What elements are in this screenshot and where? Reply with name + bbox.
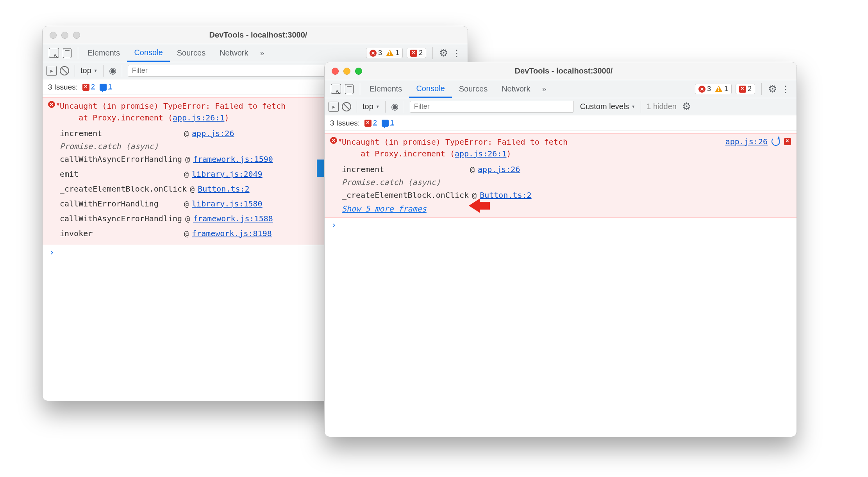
source-link[interactable]: app.js:26:1 xyxy=(173,113,224,122)
traffic-max[interactable] xyxy=(73,32,80,39)
flag-icon xyxy=(739,86,746,93)
stack-frame: _createElementBlock.onClick@ Button.ts:2 xyxy=(342,188,791,203)
source-link[interactable]: app.js:26 xyxy=(192,126,234,141)
traffic-min[interactable] xyxy=(61,32,68,39)
tabs-overflow[interactable]: » xyxy=(538,80,551,98)
source-link[interactable]: framework.js:1590 xyxy=(193,152,273,167)
issues-badge[interactable]: 2 xyxy=(736,84,755,94)
devtools-window-after: DevTools - localhost:3000/ ↖ Elements Co… xyxy=(324,62,797,437)
warning-icon xyxy=(386,50,394,56)
warning-icon xyxy=(715,86,723,92)
kebab-icon[interactable] xyxy=(781,84,790,95)
source-link[interactable]: app.js:26:1 xyxy=(455,149,506,158)
console-settings-icon[interactable] xyxy=(682,100,691,113)
context-dropdown[interactable]: top xyxy=(363,102,380,111)
source-link[interactable]: app.js:26 xyxy=(725,137,768,146)
source-link[interactable]: library.js:2049 xyxy=(192,167,263,181)
error-message: Uncaught (in promise) TypeError: Failed … xyxy=(342,136,791,160)
issues-label: 3 Issues: xyxy=(330,119,360,127)
issues-badge[interactable]: 2 xyxy=(407,48,426,58)
console-error-entry[interactable]: ▼ app.js:26 Uncaught (in promise) TypeEr… xyxy=(325,133,797,218)
gear-icon[interactable] xyxy=(439,47,448,59)
source-link[interactable]: Button.ts:2 xyxy=(198,181,249,196)
gear-icon[interactable] xyxy=(768,83,777,95)
console-output: ▼ app.js:26 Uncaught (in promise) TypeEr… xyxy=(325,131,797,232)
tabs-overflow[interactable]: » xyxy=(255,44,269,62)
log-levels-dropdown[interactable]: Custom levels xyxy=(580,102,636,111)
tab-sources[interactable]: Sources xyxy=(452,80,495,98)
filter-input[interactable] xyxy=(410,101,574,113)
flag-icon xyxy=(82,84,89,91)
main-tabbar: ↖ Elements Console Sources Network » 3 1… xyxy=(325,80,797,98)
async-boundary: Promise.catch (async) xyxy=(342,178,791,187)
console-toolbar: ▸ top ◉ Custom levels 1 hidden xyxy=(325,98,797,115)
hidden-count[interactable]: 1 hidden xyxy=(647,102,677,111)
highlight-arrow-icon xyxy=(469,199,480,213)
clear-console-icon[interactable] xyxy=(60,66,69,75)
source-link[interactable]: library.js:1580 xyxy=(192,196,263,211)
source-link[interactable]: Button.ts:2 xyxy=(480,188,531,203)
show-more-frames-link[interactable]: Show 5 more frames xyxy=(342,204,427,213)
clear-console-icon[interactable] xyxy=(342,102,351,111)
source-link[interactable]: app.js:26 xyxy=(478,162,520,177)
traffic-close[interactable] xyxy=(50,32,57,39)
chat-icon xyxy=(382,120,389,127)
flag-icon[interactable] xyxy=(784,138,791,145)
flag-icon xyxy=(364,120,371,127)
chat-icon xyxy=(100,84,107,91)
traffic-min[interactable] xyxy=(343,68,350,75)
traffic-max[interactable] xyxy=(355,68,362,75)
tab-console[interactable]: Console xyxy=(127,44,170,62)
error-warning-badge[interactable]: 3 1 xyxy=(695,84,732,94)
tab-console[interactable]: Console xyxy=(409,80,452,98)
tab-network[interactable]: Network xyxy=(213,44,255,62)
main-tabbar: ↖ Elements Console Sources Network » 3 1… xyxy=(43,44,468,62)
live-expression-icon[interactable]: ◉ xyxy=(109,66,116,76)
titlebar[interactable]: DevTools - localhost:3000/ xyxy=(43,26,468,44)
live-expression-icon[interactable]: ◉ xyxy=(391,102,398,112)
context-dropdown[interactable]: top xyxy=(80,66,98,75)
console-prompt[interactable]: › xyxy=(325,218,797,232)
window-title: DevTools - localhost:3000/ xyxy=(369,66,758,75)
tab-network[interactable]: Network xyxy=(495,80,537,98)
disclosure-triangle-icon[interactable]: ▼ xyxy=(57,102,59,107)
device-toggle-icon[interactable] xyxy=(345,84,354,94)
flag-icon xyxy=(410,50,417,57)
tab-sources[interactable]: Sources xyxy=(170,44,213,62)
inspect-icon[interactable]: ↖ xyxy=(49,48,60,59)
restart-frame-icon[interactable] xyxy=(772,137,780,146)
traffic-close[interactable] xyxy=(332,68,339,75)
window-title: DevTools - localhost:3000/ xyxy=(87,30,429,39)
device-toggle-icon[interactable] xyxy=(63,48,71,58)
error-icon xyxy=(370,50,377,57)
titlebar[interactable]: DevTools - localhost:3000/ xyxy=(325,62,797,80)
issues-bar[interactable]: 3 Issues: 2 1 xyxy=(325,115,797,131)
error-icon xyxy=(330,137,337,144)
stack-trace: increment@ app.js:26 Promise.catch (asyn… xyxy=(342,162,791,213)
disclosure-triangle-icon[interactable]: ▼ xyxy=(339,138,341,143)
tab-elements[interactable]: Elements xyxy=(363,80,409,98)
issues-label: 3 Issues: xyxy=(48,83,78,91)
stack-frame: increment@ app.js:26 xyxy=(342,162,791,177)
inspect-icon[interactable]: ↖ xyxy=(331,84,342,95)
error-warning-badge[interactable]: 3 1 xyxy=(366,48,403,58)
tab-elements[interactable]: Elements xyxy=(80,44,127,62)
source-link[interactable]: framework.js:8198 xyxy=(192,226,272,241)
toggle-drawer-icon[interactable]: ▸ xyxy=(46,66,57,76)
toggle-drawer-icon[interactable]: ▸ xyxy=(329,102,339,112)
source-link[interactable]: framework.js:1588 xyxy=(193,211,273,226)
error-icon xyxy=(48,101,55,108)
error-icon xyxy=(698,86,705,93)
kebab-icon[interactable] xyxy=(452,48,461,59)
